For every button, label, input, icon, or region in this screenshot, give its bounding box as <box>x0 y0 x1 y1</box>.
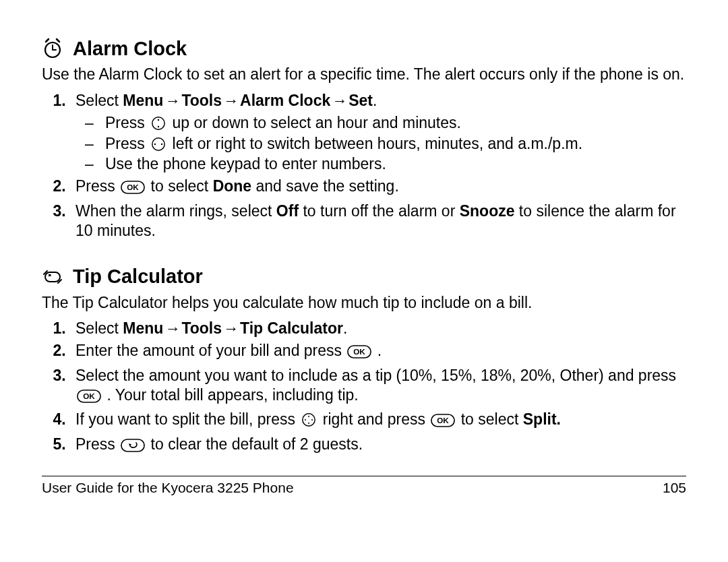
ok-key-icon <box>431 412 455 432</box>
tip-step-4: If you want to split the bill, press rig… <box>70 410 686 432</box>
tip-intro: The Tip Calculator helps you calculate h… <box>42 293 686 313</box>
tip-step-1: Select Menu→Tools→Tip Calculator. <box>70 319 686 338</box>
alarm-step-3: When the alarm rings, select Off to turn… <box>70 201 686 241</box>
alarm-substep-2: Press left or right to switch between ho… <box>105 134 686 154</box>
page-number: 105 <box>663 479 686 497</box>
heading-alarm-clock: Alarm Clock <box>42 36 686 61</box>
back-key-icon <box>121 437 145 457</box>
nav-updown-icon <box>150 116 166 131</box>
nav-leftright-icon <box>150 137 166 152</box>
ok-key-icon <box>347 344 371 363</box>
tip-step-2: Enter the amount of your bill and press … <box>70 341 686 363</box>
alarm-step-2: Press to select Done and save the settin… <box>70 177 686 199</box>
heading-tip-calculator: Tip Calculator <box>42 264 686 288</box>
alarm-substeps: Press up or down to select an hour and m… <box>75 113 686 174</box>
alarm-substep-3: Use the phone keypad to enter numbers. <box>105 154 686 174</box>
calculator-icon <box>42 266 63 287</box>
page-footer: User Guide for the Kyocera 3225 Phone 10… <box>42 479 686 497</box>
heading-text: Tip Calculator <box>73 264 203 288</box>
alarm-substep-1: Press up or down to select an hour and m… <box>105 113 686 133</box>
alarm-step-1: Select Menu→Tools→Alarm Clock→Set. Press… <box>70 91 686 174</box>
tip-steps: Select Menu→Tools→Tip Calculator. Enter … <box>42 319 686 457</box>
footer-title: User Guide for the Kyocera 3225 Phone <box>42 479 294 497</box>
alarm-steps: Select Menu→Tools→Alarm Clock→Set. Press… <box>42 91 686 240</box>
ok-key-icon <box>121 179 145 199</box>
heading-text: Alarm Clock <box>73 36 187 61</box>
alarm-clock-icon <box>42 38 63 59</box>
footer-rule <box>42 476 686 476</box>
tip-step-3: Select the amount you want to include as… <box>70 366 686 408</box>
ok-key-icon <box>77 388 101 408</box>
tip-step-5: Press to clear the default of 2 guests. <box>70 435 686 457</box>
nav-all-icon <box>301 412 317 427</box>
alarm-intro: Use the Alarm Clock to set an alert for … <box>42 65 686 84</box>
